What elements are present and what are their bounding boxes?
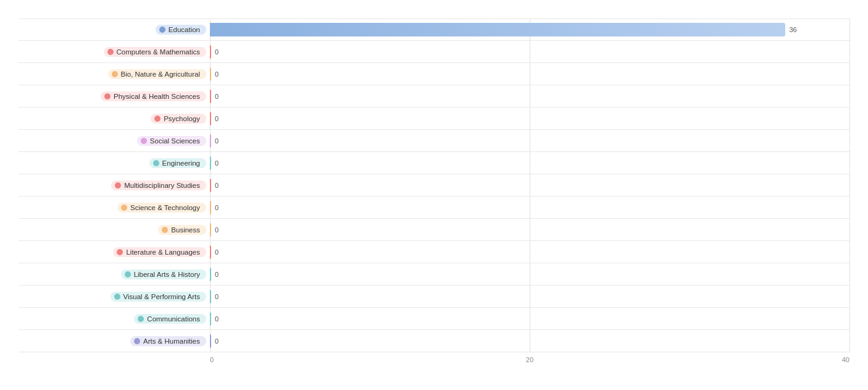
table-row: Education36 xyxy=(19,19,849,41)
bar-label-text: Social Sciences xyxy=(150,137,200,145)
bar-label-text: Arts & Humanities xyxy=(143,337,200,345)
bar-value-label: 0 xyxy=(215,115,219,122)
label-pill: Physical & Health Sciences xyxy=(101,91,206,101)
label-pill: Education xyxy=(156,25,206,35)
label-dot xyxy=(162,227,168,233)
table-row: Computers & Mathematics0 xyxy=(19,41,849,63)
label-dot xyxy=(138,316,144,322)
bar-label-area: Business xyxy=(19,225,210,235)
bar-value-label: 0 xyxy=(215,204,219,211)
x-axis-label: 40 xyxy=(636,356,849,363)
label-dot xyxy=(154,116,161,122)
label-dot xyxy=(141,138,147,144)
bar-label-text: Communications xyxy=(147,315,200,323)
gridline xyxy=(849,19,850,352)
bar-fill xyxy=(210,112,211,125)
bar-track: 0 xyxy=(210,90,849,103)
bar-track: 0 xyxy=(210,334,849,348)
bar-fill xyxy=(210,23,785,36)
bar-fill xyxy=(210,45,211,59)
label-pill: Business xyxy=(158,225,206,235)
bar-fill xyxy=(210,179,211,192)
bar-fill xyxy=(210,134,211,148)
bar-label-text: Psychology xyxy=(164,115,200,122)
chart-container: Education36Computers & Mathematics0Bio, … xyxy=(19,19,849,363)
label-dot xyxy=(134,338,140,344)
chart-inner: Education36Computers & Mathematics0Bio, … xyxy=(19,19,849,352)
label-pill: Literature & Languages xyxy=(113,247,206,257)
bar-fill xyxy=(210,223,211,237)
bar-value-label: 0 xyxy=(215,159,219,167)
label-dot xyxy=(114,294,120,300)
label-dot xyxy=(125,271,131,278)
label-dot xyxy=(107,49,114,55)
bar-label-text: Engineering xyxy=(162,159,200,167)
bar-value-label: 0 xyxy=(215,271,219,278)
bar-value-label: 0 xyxy=(215,226,219,234)
bar-track: 0 xyxy=(210,290,849,303)
bar-label-text: Multidisciplinary Studies xyxy=(124,182,200,189)
bar-value-label: 0 xyxy=(215,70,219,78)
table-row: Multidisciplinary Studies0 xyxy=(19,174,849,197)
bar-track: 0 xyxy=(210,179,849,192)
bar-label-area: Education xyxy=(19,25,210,35)
label-pill: Computers & Mathematics xyxy=(104,47,207,57)
bar-label-area: Science & Technology xyxy=(19,203,210,213)
label-pill: Science & Technology xyxy=(117,203,206,213)
table-row: Arts & Humanities0 xyxy=(19,330,849,352)
table-row: Communications0 xyxy=(19,308,849,330)
bar-fill xyxy=(210,334,211,348)
bar-label-area: Bio, Nature & Agricultural xyxy=(19,69,210,79)
label-pill: Psychology xyxy=(151,114,206,124)
bar-label-area: Engineering xyxy=(19,158,210,168)
bar-fill xyxy=(210,290,211,303)
bar-label-area: Social Sciences xyxy=(19,136,210,146)
bar-fill xyxy=(210,201,211,214)
bar-fill xyxy=(210,312,211,326)
label-dot xyxy=(112,71,118,77)
bar-label-area: Literature & Languages xyxy=(19,247,210,257)
bar-label-area: Communications xyxy=(19,314,210,324)
bar-label-text: Liberal Arts & History xyxy=(134,271,200,278)
label-dot xyxy=(153,160,159,166)
table-row: Business0 xyxy=(19,219,849,241)
label-pill: Social Sciences xyxy=(137,136,206,146)
table-row: Liberal Arts & History0 xyxy=(19,263,849,286)
bar-label-text: Business xyxy=(171,226,200,234)
bar-track: 0 xyxy=(210,312,849,326)
bar-label-text: Science & Technology xyxy=(130,204,200,211)
bar-label-area: Physical & Health Sciences xyxy=(19,91,210,101)
bar-value-label: 0 xyxy=(215,248,219,256)
bar-label-area: Psychology xyxy=(19,114,210,124)
x-axis-label: 20 xyxy=(423,356,636,363)
bar-value-label: 0 xyxy=(215,48,219,56)
label-pill: Communications xyxy=(134,314,206,324)
bar-label-area: Liberal Arts & History xyxy=(19,269,210,279)
bar-track: 36 xyxy=(210,23,849,36)
bar-value-label: 0 xyxy=(215,315,219,323)
bar-fill xyxy=(210,90,211,103)
table-row: Literature & Languages0 xyxy=(19,241,849,263)
table-row: Science & Technology0 xyxy=(19,197,849,219)
bar-label-text: Visual & Performing Arts xyxy=(123,293,200,300)
label-dot xyxy=(104,93,111,100)
bar-value-label: 0 xyxy=(215,293,219,300)
label-pill: Multidisciplinary Studies xyxy=(111,180,206,190)
label-pill: Bio, Nature & Agricultural xyxy=(108,69,206,79)
bar-label-area: Computers & Mathematics xyxy=(19,47,210,57)
table-row: Psychology0 xyxy=(19,108,849,130)
bar-label-text: Education xyxy=(169,26,200,33)
label-pill: Liberal Arts & History xyxy=(121,269,206,279)
label-pill: Visual & Performing Arts xyxy=(111,292,206,302)
label-dot xyxy=(121,205,127,211)
chart-rows-container: Education36Computers & Mathematics0Bio, … xyxy=(19,19,849,352)
bar-label-text: Computers & Mathematics xyxy=(117,48,201,56)
bar-track: 0 xyxy=(210,134,849,148)
table-row: Visual & Performing Arts0 xyxy=(19,286,849,308)
table-row: Social Sciences0 xyxy=(19,130,849,152)
bar-value-label: 0 xyxy=(215,93,219,100)
bar-track: 0 xyxy=(210,112,849,125)
bar-track: 0 xyxy=(210,45,849,59)
bar-value-label: 36 xyxy=(789,26,796,33)
bar-value-label: 0 xyxy=(215,182,219,189)
